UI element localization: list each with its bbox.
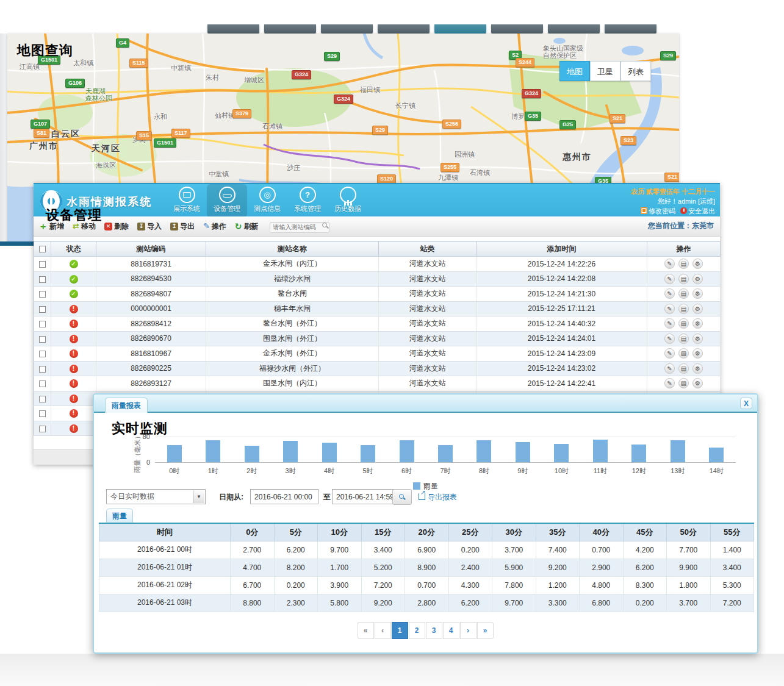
close-icon[interactable]: X — [740, 398, 752, 409]
map-view-button-卫星[interactable]: 卫星 — [590, 61, 620, 81]
chevron-down-icon[interactable]: ▼ — [193, 490, 204, 503]
edit-icon[interactable]: ✎ — [664, 259, 675, 269]
toolbar-button-导入[interactable]: ↧导入 — [137, 221, 162, 232]
delete-icon[interactable]: ▤ — [678, 304, 689, 314]
tab-rain-report[interactable]: 雨量报表 — [105, 398, 148, 413]
edit-icon[interactable]: ✎ — [664, 274, 675, 284]
toolbar-button-删除[interactable]: ✕删除 — [104, 221, 129, 232]
rain-cell: 4.700 — [231, 559, 275, 576]
table-row: ✓8826894807鳌台水闸河道水文站2015-12-24 14:21:30✎… — [34, 287, 721, 302]
toolbar-button-操作[interactable]: ✎操作 — [203, 221, 226, 232]
col-ops: 操作 — [647, 241, 721, 257]
x-tick-label: 9时 — [505, 466, 541, 476]
page-button-3[interactable]: 3 — [426, 622, 442, 639]
rain-cell: 2016-06-21 00时 — [99, 541, 231, 559]
page-button-2[interactable]: 2 — [409, 622, 425, 639]
delete-icon[interactable]: ▤ — [678, 378, 689, 388]
toolbar-button-label: 删除 — [114, 221, 129, 232]
settings-icon[interactable]: ⚙ — [692, 334, 703, 344]
edit-icon[interactable]: ✎ — [664, 304, 675, 314]
tab-rain[interactable]: 雨量 — [106, 509, 133, 523]
nav-item-设备管理[interactable]: 设备管理 — [207, 184, 247, 218]
settings-icon[interactable]: ⚙ — [692, 274, 703, 284]
delete-icon[interactable]: ▤ — [678, 274, 689, 284]
settings-icon[interactable]: ⚙ — [692, 318, 703, 329]
row-checkbox[interactable] — [39, 336, 46, 343]
road-shield-badge: G324 — [334, 95, 353, 104]
operate-icon: ✎ — [203, 223, 210, 230]
edit-icon[interactable]: ✎ — [664, 318, 675, 329]
search-button[interactable] — [392, 489, 412, 505]
cell-time: 2015-12-24 14:21:30 — [477, 287, 647, 302]
cell-name: 穗丰年水闸 — [206, 301, 379, 316]
row-checkbox[interactable] — [39, 426, 46, 432]
date-to-input[interactable] — [332, 489, 400, 504]
map-view-button-列表[interactable]: 列表 — [620, 61, 651, 81]
page-button-›[interactable]: › — [460, 622, 477, 639]
delete-icon[interactable]: ▤ — [678, 288, 689, 299]
toolbar-button-刷新[interactable]: ↻刷新 — [235, 221, 259, 232]
row-checkbox[interactable] — [39, 381, 46, 387]
cell-time: 2015-12-25 17:11:21 — [477, 301, 647, 316]
map-view-button-地图[interactable]: 地图 — [559, 61, 590, 81]
report-filter-bar: 今日实时数据▼ 日期从: 至 导出报表 — [106, 489, 747, 506]
cell-status: ! — [51, 391, 96, 406]
nav-item-展示系统[interactable]: 展示系统 — [167, 184, 207, 218]
row-checkbox[interactable] — [39, 306, 46, 313]
delete-icon[interactable]: ▤ — [678, 363, 689, 374]
toolbar-button-导出[interactable]: ↥导出 — [170, 221, 195, 232]
row-checkbox[interactable] — [39, 291, 46, 298]
col-time: 添加时间 — [477, 241, 647, 257]
row-checkbox[interactable] — [39, 410, 46, 417]
settings-icon[interactable]: ⚙ — [692, 304, 703, 314]
status-error-icon: ! — [70, 365, 78, 373]
cell-code: 8826890670 — [96, 331, 206, 346]
nav-item-测点信息[interactable]: ◎测点信息 — [247, 184, 287, 218]
export-icon — [419, 493, 425, 500]
settings-icon[interactable]: ⚙ — [692, 363, 703, 374]
delete-icon[interactable]: ▤ — [678, 348, 689, 359]
settings-icon[interactable]: ⚙ — [692, 378, 703, 388]
page-button-4[interactable]: 4 — [443, 622, 459, 639]
page-button-»[interactable]: » — [477, 622, 494, 639]
page-button-‹[interactable]: ‹ — [375, 622, 391, 639]
page-button-1[interactable]: 1 — [392, 622, 408, 639]
cell-checkbox — [34, 257, 51, 272]
row-checkbox[interactable] — [39, 351, 46, 357]
delete-icon[interactable]: ▤ — [678, 334, 689, 344]
delete-icon[interactable]: ▤ — [678, 318, 689, 329]
delete-icon: ✕ — [104, 223, 112, 230]
page-button-«[interactable]: « — [358, 622, 374, 639]
logout-link[interactable]: 安全退出 — [688, 207, 715, 215]
edit-icon[interactable]: ✎ — [664, 288, 675, 299]
col-type: 站类 — [379, 241, 477, 257]
edit-icon[interactable]: ✎ — [664, 348, 675, 359]
export-report-link[interactable]: 导出报表 — [419, 492, 457, 502]
settings-icon[interactable]: ⚙ — [692, 348, 703, 359]
select-all-checkbox[interactable] — [39, 246, 46, 252]
change-password-link[interactable]: 修改密码 — [649, 207, 675, 215]
delete-icon[interactable]: ▤ — [678, 259, 689, 269]
row-checkbox[interactable] — [39, 261, 46, 268]
realtime-report-panel: 雨量报表 X 80 0 雨量（毫米） 0时1时2时3时4时5时6时7时8时9时1… — [93, 393, 758, 654]
rain-bar — [554, 444, 569, 462]
x-tick-label: 1时 — [195, 466, 231, 476]
nav-item-历史数据[interactable]: 历史数据 — [328, 184, 368, 218]
row-checkbox[interactable] — [39, 321, 46, 327]
cell-type: 河道水文站 — [379, 331, 477, 346]
nav-item-系统管理[interactable]: ?系统管理 — [287, 184, 328, 218]
search-icon[interactable] — [322, 223, 327, 227]
station-code-search-input[interactable] — [270, 222, 329, 233]
row-checkbox[interactable] — [39, 396, 46, 402]
toolbar-button-label: 导出 — [180, 221, 195, 232]
edit-icon[interactable]: ✎ — [664, 378, 675, 388]
edit-icon[interactable]: ✎ — [664, 363, 675, 374]
edit-icon[interactable]: ✎ — [664, 334, 675, 344]
row-checkbox[interactable] — [39, 366, 46, 373]
row-checkbox[interactable] — [39, 276, 46, 283]
settings-icon[interactable]: ⚙ — [692, 288, 703, 299]
toolbar-search — [270, 221, 329, 232]
data-mode-select[interactable]: 今日实时数据▼ — [106, 489, 206, 504]
settings-icon[interactable]: ⚙ — [692, 259, 703, 269]
date-from-input[interactable] — [250, 489, 318, 504]
